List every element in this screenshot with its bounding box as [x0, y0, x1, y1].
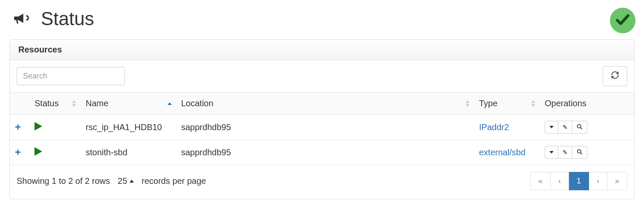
column-name-label: Name	[86, 99, 108, 108]
magnifier-icon	[577, 149, 583, 156]
svg-point-2	[578, 149, 581, 153]
page-last-button[interactable]: »	[607, 172, 627, 190]
table-row: + stonith-sbd sapprdhdb95 external/sbd ✎	[10, 140, 634, 165]
health-status-badge[interactable]	[610, 8, 635, 33]
expand-row-button[interactable]: +	[15, 121, 21, 133]
row-operations: ✎	[545, 146, 587, 159]
page-header: Status	[0, 0, 644, 34]
page-next-button[interactable]: ›	[589, 172, 607, 190]
check-icon	[615, 12, 631, 29]
page-size-value: 25	[118, 176, 127, 186]
column-operations: Operations	[540, 93, 634, 115]
megaphone-icon	[12, 9, 29, 30]
caret-down-icon	[549, 126, 554, 128]
refresh-button[interactable]	[603, 66, 627, 86]
pagination: « ‹ 1 › »	[530, 172, 627, 190]
row-menu-button[interactable]	[545, 121, 558, 134]
rows-summary: Showing 1 to 2 of 2 rows	[17, 176, 110, 186]
page-title: Status	[41, 8, 94, 29]
column-location-label: Location	[181, 99, 214, 108]
row-details-button[interactable]	[572, 121, 587, 134]
svg-point-0	[578, 124, 581, 128]
search-input[interactable]	[17, 67, 125, 85]
row-type-link[interactable]: IPaddr2	[479, 122, 509, 132]
row-type-link[interactable]: external/sbd	[479, 148, 526, 157]
column-operations-label: Operations	[545, 99, 586, 108]
table-toolbar	[10, 60, 634, 92]
row-location: sapprdhdb95	[176, 140, 474, 165]
running-icon	[35, 122, 42, 131]
page-first-button[interactable]: «	[530, 172, 551, 190]
column-type-label: Type	[479, 99, 497, 108]
sort-icon	[465, 100, 470, 107]
row-menu-button[interactable]	[545, 146, 558, 159]
column-status-label: Status	[35, 99, 59, 108]
page-size-selector[interactable]: 25	[118, 176, 134, 186]
row-details-button[interactable]	[572, 146, 587, 159]
sort-icon	[531, 100, 535, 107]
sort-asc-icon	[167, 102, 172, 105]
caret-down-icon	[549, 151, 554, 154]
table-row: + rsc_ip_HA1_HDB10 sapprdhdb95 IPaddr2 ✎	[10, 115, 634, 140]
column-type[interactable]: Type	[474, 93, 540, 115]
row-name: stonith-sbd	[81, 140, 176, 165]
magnifier-icon	[577, 124, 583, 131]
column-name[interactable]: Name	[81, 93, 176, 115]
column-location[interactable]: Location	[176, 93, 474, 115]
row-edit-button[interactable]: ✎	[558, 121, 572, 134]
svg-line-1	[580, 127, 582, 129]
row-location: sapprdhdb95	[176, 115, 474, 140]
table-footer: Showing 1 to 2 of 2 rows 25 records per …	[10, 165, 634, 199]
pencil-icon: ✎	[563, 124, 568, 131]
page-current[interactable]: 1	[569, 172, 589, 190]
expand-row-button[interactable]: +	[15, 146, 21, 158]
pencil-icon: ✎	[563, 149, 568, 156]
column-expand	[10, 93, 29, 115]
records-per-page-label: records per page	[142, 176, 206, 186]
row-edit-button[interactable]: ✎	[558, 146, 572, 159]
panel-heading: Resources	[10, 40, 634, 60]
sort-icon	[72, 100, 76, 107]
running-icon	[35, 147, 42, 156]
svg-line-3	[580, 152, 582, 154]
caret-up-icon	[130, 180, 134, 183]
column-status[interactable]: Status	[29, 93, 81, 115]
resources-panel: Resources Status Name	[9, 39, 635, 199]
page-prev-button[interactable]: ‹	[551, 172, 569, 190]
resources-table: Status Name Location	[10, 92, 634, 165]
row-operations: ✎	[545, 121, 587, 134]
refresh-icon	[611, 71, 619, 81]
row-name: rsc_ip_HA1_HDB10	[81, 115, 176, 140]
